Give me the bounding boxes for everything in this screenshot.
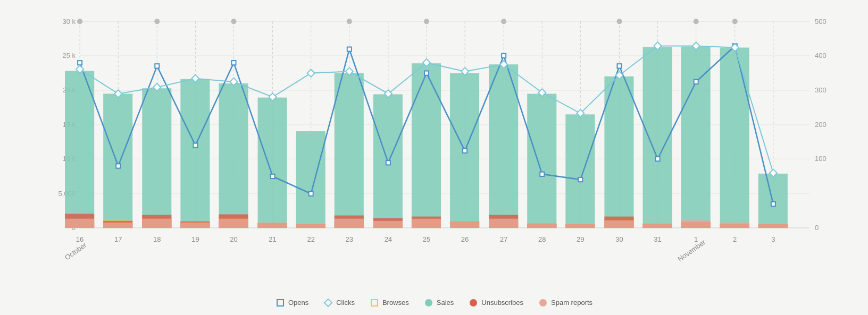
svg-point-43 — [424, 19, 429, 24]
svg-rect-111 — [296, 224, 326, 228]
svg-point-42 — [347, 19, 352, 24]
svg-rect-123 — [758, 224, 788, 228]
svg-rect-132 — [386, 160, 390, 165]
svg-rect-62 — [604, 76, 633, 228]
legend-unsubscribes-label: Unsubscribes — [481, 299, 523, 307]
svg-text:23: 23 — [346, 235, 353, 243]
browses-icon — [370, 299, 379, 307]
svg-rect-139 — [656, 157, 660, 161]
svg-text:20: 20 — [230, 235, 237, 243]
svg-rect-108 — [180, 223, 210, 228]
legend-spam-reports: Spam reports — [538, 299, 592, 307]
svg-rect-105 — [65, 219, 94, 228]
svg-rect-140 — [694, 80, 698, 84]
legend-browses-label: Browses — [382, 299, 409, 307]
svg-rect-117 — [527, 224, 556, 228]
sales-icon — [424, 299, 433, 307]
svg-text:200: 200 — [815, 121, 827, 129]
svg-point-45 — [616, 19, 622, 24]
svg-text:24: 24 — [385, 235, 392, 243]
clicks-icon — [323, 299, 333, 307]
unsubscribes-icon — [469, 299, 478, 307]
svg-rect-52 — [219, 83, 248, 228]
svg-rect-134 — [463, 149, 467, 153]
svg-rect-131 — [347, 47, 352, 52]
svg-rect-60 — [527, 93, 556, 228]
svg-rect-112 — [335, 219, 364, 228]
svg-text:26: 26 — [461, 235, 469, 243]
svg-rect-128 — [231, 61, 236, 65]
legend-clicks: Clicks — [323, 299, 355, 307]
svg-text:17: 17 — [114, 235, 122, 243]
svg-rect-48 — [65, 71, 94, 228]
svg-point-41 — [231, 19, 236, 24]
legend-spam-reports-label: Spam reports — [551, 299, 592, 307]
svg-rect-122 — [720, 223, 749, 228]
svg-marker-149 — [307, 69, 315, 76]
svg-rect-61 — [565, 114, 595, 228]
svg-rect-129 — [271, 174, 275, 178]
chart-container: 30 k 25 k 20 k 15 k 10 k 5,000 0 500 400… — [0, 0, 868, 315]
legend-clicks-label: Clicks — [336, 299, 355, 307]
svg-rect-142 — [771, 202, 775, 206]
svg-text:0: 0 — [815, 224, 819, 232]
svg-rect-114 — [412, 219, 441, 228]
svg-rect-113 — [373, 221, 403, 228]
chart-legend: Opens Clicks Browses Sales Unsubscribes — [0, 292, 868, 315]
svg-rect-53 — [258, 98, 287, 228]
svg-rect-121 — [681, 220, 711, 228]
svg-rect-115 — [450, 222, 479, 228]
svg-text:400: 400 — [815, 52, 827, 59]
svg-rect-59 — [489, 64, 518, 228]
svg-rect-57 — [412, 63, 441, 228]
svg-text:30 k: 30 k — [63, 17, 76, 25]
svg-text:18: 18 — [153, 235, 161, 243]
legend-browses: Browses — [370, 299, 409, 307]
svg-text:300: 300 — [815, 86, 827, 94]
chart-area: 30 k 25 k 20 k 15 k 10 k 5,000 0 500 400… — [0, 0, 868, 292]
svg-text:November: November — [676, 238, 707, 263]
svg-text:30: 30 — [615, 235, 623, 243]
legend-opens-label: Opens — [288, 299, 308, 307]
svg-text:25 k: 25 k — [63, 52, 76, 59]
svg-rect-118 — [565, 224, 595, 228]
svg-rect-116 — [489, 219, 518, 228]
svg-point-46 — [694, 19, 699, 24]
svg-rect-120 — [643, 224, 672, 228]
legend-opens: Opens — [276, 299, 308, 307]
svg-text:28: 28 — [538, 235, 546, 243]
svg-rect-125 — [116, 164, 120, 168]
opens-icon — [276, 299, 285, 307]
svg-text:October: October — [63, 241, 88, 262]
svg-text:29: 29 — [577, 235, 584, 243]
svg-text:19: 19 — [191, 235, 199, 243]
svg-point-47 — [732, 19, 738, 24]
svg-rect-109 — [219, 219, 248, 228]
svg-rect-49 — [103, 93, 132, 228]
svg-point-44 — [501, 19, 506, 24]
legend-sales: Sales — [424, 299, 454, 307]
svg-text:100: 100 — [815, 155, 827, 163]
svg-rect-110 — [258, 223, 287, 228]
svg-rect-54 — [296, 131, 326, 228]
svg-rect-55 — [335, 73, 364, 228]
legend-sales-label: Sales — [437, 299, 454, 307]
svg-text:21: 21 — [269, 235, 276, 243]
svg-text:31: 31 — [654, 235, 661, 243]
svg-rect-127 — [193, 143, 197, 148]
svg-rect-119 — [604, 220, 633, 228]
main-chart: 30 k 25 k 20 k 15 k 10 k 5,000 0 500 400… — [37, 11, 836, 250]
svg-rect-51 — [180, 79, 210, 228]
svg-text:22: 22 — [307, 235, 314, 243]
svg-rect-136 — [540, 172, 544, 176]
svg-rect-106 — [103, 223, 132, 228]
svg-rect-138 — [617, 64, 621, 68]
svg-rect-137 — [578, 177, 582, 182]
svg-text:27: 27 — [500, 235, 507, 243]
svg-text:25: 25 — [423, 235, 430, 243]
svg-text:500: 500 — [815, 17, 827, 25]
svg-point-39 — [77, 19, 82, 24]
svg-rect-133 — [424, 71, 429, 75]
svg-rect-135 — [502, 54, 506, 58]
svg-point-40 — [154, 19, 160, 24]
